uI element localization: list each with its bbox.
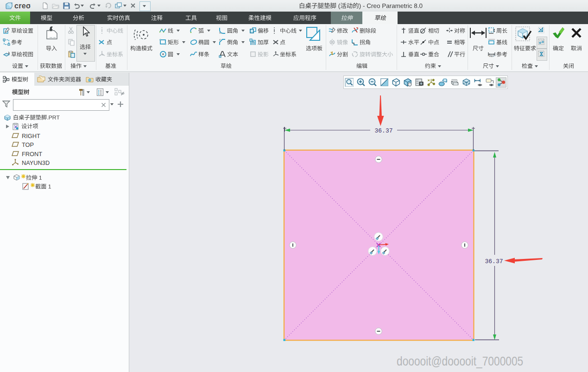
svg-text:REF: REF [489,55,495,57]
